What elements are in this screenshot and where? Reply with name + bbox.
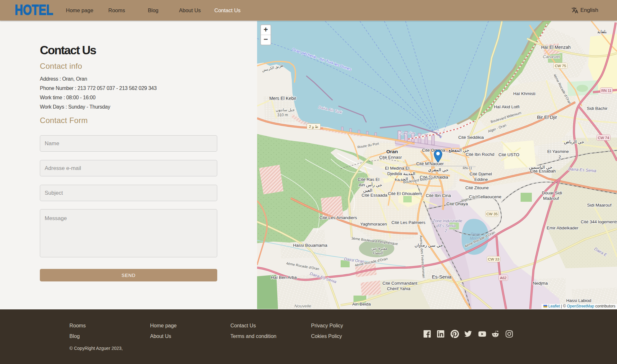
svg-text:Cité Les Amandiers: Cité Les Amandiers: [319, 215, 357, 220]
svg-text:Maârouf: Maârouf: [543, 196, 559, 201]
svg-text:Daya: Daya: [471, 232, 480, 236]
svg-text:Eddine: Eddine: [474, 177, 488, 182]
svg-text:حي المقري: حي المقري: [428, 167, 449, 173]
svg-text:CW 35: CW 35: [486, 212, 497, 216]
svg-text:Cité 344 logements: Cité 344 logements: [581, 219, 617, 224]
svg-text:Cité USTO: Cité USTO: [498, 152, 519, 157]
svg-text:Cité Essaada: Cité Essaada: [362, 193, 388, 198]
svg-text:CW 74: CW 74: [598, 136, 609, 140]
svg-text:Es-Senia: Es-Senia: [432, 274, 452, 280]
svg-text:Cité Zitoune: Cité Zitoune: [465, 185, 489, 190]
svg-text:Zone Industrielle: Zone Industrielle: [432, 219, 462, 223]
svg-text:Chérif Yahia: Chérif Yahia: [387, 286, 411, 291]
svg-text:Haï Khmisti: Haï Khmisti: [513, 91, 535, 96]
svg-text:Hassi Labiod: Hassi Labiod: [566, 298, 591, 303]
svg-text:Cité Omaria: Cité Omaria: [422, 148, 445, 153]
svg-text:Ain Beida: Ain Beida: [352, 302, 371, 306]
svg-text:Djedida المدينة: Djedida المدينة: [387, 171, 415, 176]
svg-text:Cité Djamel: Cité Djamel: [469, 172, 492, 176]
svg-text:Cité Ras El: Cité Ras El: [358, 177, 380, 182]
svg-text:Ain حي رأس: Ain حي رأس: [359, 182, 382, 188]
svg-text:Haï Ben Arba: Haï Ben Arba: [271, 275, 297, 280]
svg-text:Haï Akid Lotfi: Haï Akid Lotfi: [494, 104, 520, 109]
svg-text:ميناء وهران: ميناء وهران: [398, 131, 416, 135]
svg-text:Cité Commandant: Cité Commandant: [382, 281, 417, 286]
svg-text:Mers El Kebir: Mers El Kebir: [269, 96, 296, 101]
svg-text:Douar Sidi: Douar Sidi: [542, 191, 562, 195]
svg-text:Cité Les Palmiers: Cité Les Palmiers: [391, 220, 425, 225]
svg-text:d'Es-Senia: d'Es-Senia: [436, 224, 456, 228]
svg-text:Cité Ibn Rochd: Cité Ibn Rochd: [466, 152, 494, 157]
svg-text:Canastel: Canastel: [543, 54, 560, 59]
svg-text:البيضاء: البيضاء: [373, 251, 383, 255]
svg-text:RN-11: RN-11: [463, 166, 472, 170]
svg-text:310 m: 310 m: [277, 113, 288, 117]
svg-text:جبل سانتون: جبل سانتون: [276, 108, 295, 112]
svg-text:Emir Abdelkader: Emir Abdelkader: [547, 226, 579, 230]
svg-text:Bir El Djir: Bir El Djir: [537, 114, 557, 120]
svg-text:Yaghmoracen: Yaghmoracen: [360, 222, 387, 226]
svg-text:Sidi Maarouf: Sidi Maarouf: [587, 203, 612, 208]
svg-text:Nouvelle: Nouvelle: [294, 304, 311, 308]
svg-text:بلقايد: بلقايد: [597, 29, 607, 34]
svg-text:حي سي رضوان: حي سي رضوان: [415, 243, 443, 248]
svg-text:حي الرياض: حي الرياض: [564, 139, 584, 145]
svg-text:Cité Essabah: Cité Essabah: [530, 169, 556, 173]
svg-text:2: 2: [559, 155, 561, 159]
svg-text:Cité M'Naouer: Cité M'Naouer: [416, 161, 444, 166]
svg-text:El Medina El: El Medina El: [385, 166, 409, 171]
svg-text:Nedjma: Nedjma: [533, 281, 548, 286]
svg-text:Hassi Bouamama: Hassi Bouamama: [293, 243, 327, 248]
svg-text:العين: العين: [363, 188, 372, 193]
svg-text:2: 2: [444, 228, 447, 233]
svg-text:A62: A62: [500, 276, 506, 280]
svg-text:Haï El Menzah: Haï El Menzah: [541, 45, 571, 50]
svg-text:CW 75: CW 75: [555, 64, 566, 68]
svg-text:Cité El Ghoualem: Cité El Ghoualem: [388, 191, 422, 196]
svg-text:Cité Ibn Cina: Cité Ibn Cina: [426, 193, 451, 198]
svg-text:Sidi Bachir: Sidi Bachir: [587, 106, 608, 111]
svg-text:El Yasmine: El Yasmine: [547, 149, 569, 154]
svg-text:Oran: Oran: [386, 149, 398, 154]
svg-text:مقبرة عين: مقبرة عين: [371, 246, 387, 251]
svg-text:Cité Ennasr: Cité Ennasr: [379, 155, 402, 160]
svg-text:Cité Seddikia: Cité Seddikia: [458, 135, 484, 140]
svg-text:Cité Dhaya: Cité Dhaya: [446, 201, 468, 206]
svg-text:RN 11: RN 11: [601, 89, 612, 93]
svg-text:ط و 2: ط و 2: [309, 125, 318, 129]
svg-text:CW 33: CW 33: [488, 257, 499, 261]
